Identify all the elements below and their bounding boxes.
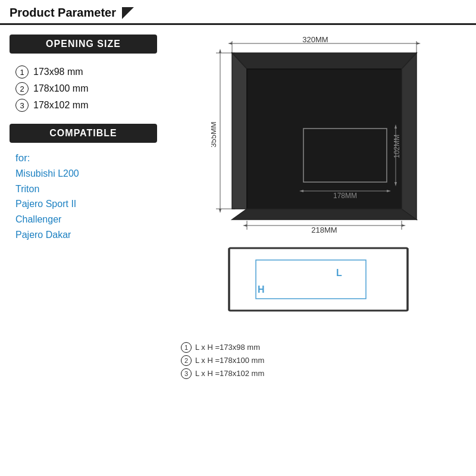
svg-text:355MM: 355MM (211, 121, 218, 147)
size-row-2d: 3L x H =178x102 mm (181, 367, 468, 380)
svg-rect-33 (256, 260, 366, 299)
opening-size-list: 1173x98 mm2178x100 mm3178x102 mm (10, 62, 157, 115)
size-value-2d: L x H =178x102 mm (195, 367, 264, 380)
svg-marker-27 (243, 224, 247, 227)
fascia-2d-svg: L H (223, 245, 414, 337)
fascia-3d-svg: 320MM 355MM (211, 36, 425, 233)
compatible-item: Challenger (15, 212, 151, 227)
svg-marker-28 (402, 224, 406, 227)
size-value: 173x98 mm (33, 67, 83, 77)
size-value: 178x100 mm (33, 83, 89, 94)
compatible-list: for: Misubishi L200TritonPajero Sport II… (10, 148, 157, 245)
svg-text:H: H (258, 284, 265, 295)
svg-marker-1 (228, 42, 232, 45)
compatible-label: COMPATIBLE (10, 124, 157, 143)
diagram-2d: L H 1L x H =173x98 mm2L x H =178x100 mm3… (169, 245, 468, 380)
compatible-item: Misubishi L200 (15, 166, 151, 181)
size-value: 178x102 mm (33, 100, 89, 111)
compatible-item: Triton (15, 181, 151, 197)
diagram-3d: 320MM 355MM (169, 33, 468, 236)
for-label: for: (15, 152, 30, 164)
svg-text:178MM: 178MM (333, 192, 357, 200)
opening-size-label: OPENING SIZE (10, 35, 157, 54)
svg-text:218MM: 218MM (311, 226, 337, 233)
size-value-2d: L x H =173x98 mm (195, 341, 260, 354)
size-item: 3178x102 mm (15, 99, 151, 112)
size-row-2d: 2L x H =178x100 mm (181, 354, 468, 367)
compatible-section: COMPATIBLE for: Misubishi L200TritonPaje… (10, 124, 157, 245)
header: Product Parameter (0, 0, 476, 25)
compatible-item: Pajero Sport II (15, 196, 151, 212)
compatible-item: Pajero Dakar (15, 227, 151, 243)
header-triangle-decoration (122, 7, 134, 19)
svg-marker-12 (232, 53, 416, 69)
svg-marker-15 (232, 209, 416, 220)
diagram-2d-drawing: L H (169, 245, 468, 337)
svg-text:102MM: 102MM (393, 134, 401, 158)
diagram-2d-sizes: 1L x H =173x98 mm2L x H =178x100 mm3L x … (169, 341, 468, 380)
svg-marker-16 (402, 53, 416, 220)
svg-marker-8 (219, 209, 221, 213)
svg-marker-13 (232, 53, 247, 209)
left-panel: OPENING SIZE 1173x98 mm2178x100 mm3178x1… (6, 31, 161, 470)
svg-marker-2 (416, 42, 421, 45)
circle-num: 1 (15, 65, 29, 79)
size-item: 2178x100 mm (15, 82, 151, 95)
compatible-items: Misubishi L200TritonPajero Sport IIChall… (15, 166, 151, 242)
svg-text:L: L (336, 268, 342, 278)
page-wrapper: Product Parameter OPENING SIZE 1173x98 m… (0, 0, 476, 476)
size-row-2d: 1L x H =173x98 mm (181, 341, 468, 354)
svg-marker-14 (247, 69, 402, 209)
circle-num-2d: 2 (181, 355, 192, 366)
svg-marker-7 (219, 49, 221, 53)
right-panel: 320MM 355MM (167, 31, 470, 470)
circle-num: 3 (15, 99, 29, 112)
circle-num-2d: 1 (181, 342, 192, 353)
size-value-2d: L x H =178x100 mm (195, 354, 264, 367)
main-content: OPENING SIZE 1173x98 mm2178x100 mm3178x1… (0, 25, 476, 476)
size-item: 1173x98 mm (15, 65, 151, 79)
circle-num-2d: 3 (181, 368, 192, 379)
svg-text:320MM: 320MM (302, 36, 328, 44)
page-title: Product Parameter (10, 6, 116, 20)
circle-num: 2 (15, 82, 29, 95)
